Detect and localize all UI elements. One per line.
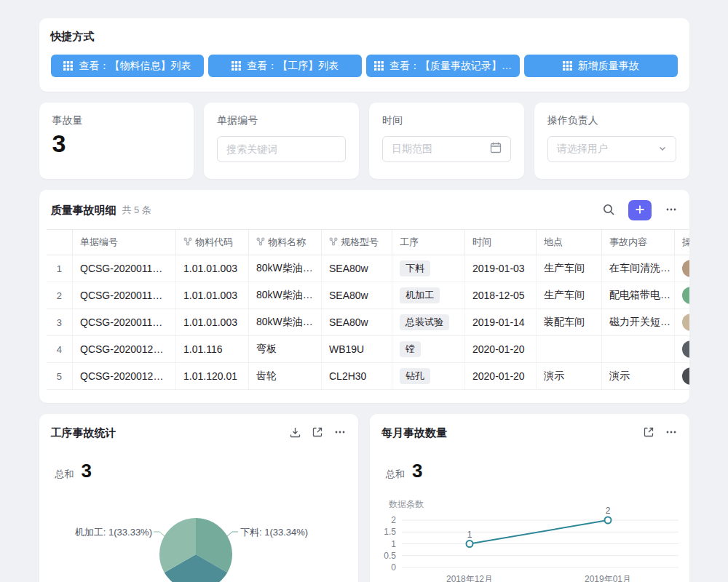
cell-index: 1 bbox=[47, 255, 73, 282]
column-header-index[interactable] bbox=[47, 230, 73, 255]
process-tag: 下料 bbox=[400, 260, 430, 276]
date-range-placeholder: 日期范围 bbox=[392, 143, 490, 156]
pie-slice-label: 机加工: 1(33.33%) bbox=[74, 527, 151, 538]
column-header-spec[interactable]: 规格型号 bbox=[322, 230, 392, 255]
cell-place: 生产车间 bbox=[537, 282, 602, 309]
operator-select-placeholder: 请选择用户 bbox=[557, 143, 658, 156]
cell-time: 2019-01-03 bbox=[465, 255, 537, 282]
cell-place: 生产车间 bbox=[537, 255, 602, 282]
y-tick-label: 1.5 bbox=[384, 527, 396, 537]
table-more-actions-button[interactable] bbox=[665, 203, 678, 218]
shortcut-view-material-list-button[interactable]: 查看：【物料信息】列表 bbox=[51, 55, 205, 77]
monthly-chart-header: 每月事故数量 bbox=[370, 426, 689, 441]
operator-filter-card: 操作负责人 请选择用户 bbox=[534, 103, 689, 179]
column-header-process[interactable]: 工序 bbox=[392, 230, 465, 255]
cell-process: 镗 bbox=[392, 336, 465, 363]
total-value: 3 bbox=[82, 460, 92, 482]
operator-filter-label: 操作负责人 bbox=[547, 114, 676, 127]
table-row[interactable]: 4QCSG-2020012…1.01.116弯板WB19U镗2020-01-20 bbox=[47, 336, 689, 363]
fullscreen-button[interactable] bbox=[312, 426, 323, 440]
shortcut-view-accident-records-button[interactable]: 查看：【质量事故记录】… bbox=[366, 55, 520, 77]
process-chart-total: 总和 3 bbox=[39, 460, 359, 482]
fullscreen-button[interactable] bbox=[643, 426, 654, 440]
cell-material-code: 1.01.01.003 bbox=[176, 309, 249, 336]
column-header-place[interactable]: 地点 bbox=[537, 230, 602, 255]
cell-doc-no: QCSG-2020012… bbox=[73, 336, 176, 363]
shortcuts-title: 快捷方式 bbox=[51, 30, 678, 44]
avatar bbox=[682, 314, 689, 331]
doc-no-search-input[interactable] bbox=[226, 143, 336, 155]
table-row[interactable]: 3QCSG-2020011…1.01.01.00380kW柴油…SEA80w总装… bbox=[47, 309, 689, 336]
cell-process: 钻孔 bbox=[392, 363, 465, 390]
y-tick-label: 0.5 bbox=[384, 551, 396, 561]
doc-no-filter-card: 单据编号 bbox=[204, 103, 359, 179]
column-header-operator[interactable]: 操作负责人 bbox=[675, 230, 689, 255]
table-row[interactable]: 2QCSG-2020011…1.01.01.00380kW柴油…SEA80w机加… bbox=[47, 282, 689, 309]
column-header-content[interactable]: 事故内容 bbox=[602, 230, 675, 255]
search-icon bbox=[602, 203, 615, 218]
cell-spec: SEA80w bbox=[322, 282, 392, 309]
column-header-doc-no[interactable]: 单据编号 bbox=[73, 230, 176, 255]
y-tick-label: 0 bbox=[391, 562, 396, 573]
shortcut-button-label: 查看：【工序】列表 bbox=[247, 60, 339, 73]
column-header-material-name[interactable]: 物料名称 bbox=[249, 230, 322, 255]
cell-content: 在车间清洗… bbox=[602, 255, 675, 282]
cell-material-name: 80kW柴油… bbox=[249, 282, 322, 309]
cell-time: 2019-01-14 bbox=[465, 309, 537, 336]
cell-content: 配电箱带电… bbox=[602, 282, 675, 309]
table-search-button[interactable] bbox=[602, 203, 615, 218]
column-label: 物料名称 bbox=[268, 236, 306, 247]
total-label: 总和 bbox=[386, 468, 405, 481]
chevron-down-icon bbox=[658, 143, 667, 156]
column-header-time[interactable]: 时间 bbox=[465, 230, 537, 255]
chart-more-actions-button[interactable] bbox=[333, 426, 347, 441]
y-tick-label: 2 bbox=[391, 515, 396, 525]
operator-select[interactable]: 请选择用户 bbox=[547, 136, 676, 162]
column-label: 单据编号 bbox=[80, 236, 118, 247]
column-label: 物料代码 bbox=[195, 236, 233, 247]
avatar bbox=[682, 340, 689, 358]
process-chart-header: 工序事故统计 bbox=[39, 426, 359, 441]
column-label: 事故内容 bbox=[609, 236, 647, 247]
shortcut-view-process-list-button[interactable]: 查看：【工序】列表 bbox=[208, 55, 362, 77]
total-value: 3 bbox=[412, 460, 422, 482]
table-row[interactable]: 5QCSG-2020012…1.01.120.01齿轮CL2H30钻孔2020-… bbox=[47, 363, 689, 390]
table-title: 质量事故明细 bbox=[51, 204, 116, 218]
y-axis-title: 数据条数 bbox=[389, 499, 424, 509]
time-filter-card: 时间 日期范围 bbox=[369, 103, 524, 179]
data-point[interactable] bbox=[467, 541, 473, 547]
export-image-button[interactable] bbox=[289, 426, 301, 441]
avatar bbox=[682, 367, 689, 385]
column-label: 操作负责人 bbox=[682, 236, 689, 247]
pie-slice-label: 下料: 1(33.34%) bbox=[240, 527, 308, 538]
column-header-material-code[interactable]: 物料代码 bbox=[176, 230, 249, 255]
accident-detail-card: 质量事故明细 共 5 条 bbox=[39, 190, 689, 403]
shortcuts-card: 快捷方式 查看：【物料信息】列表 查看：【工序】列表 bbox=[39, 18, 689, 92]
cell-material-code: 1.01.01.003 bbox=[176, 255, 249, 282]
process-tag: 总装试验 bbox=[400, 314, 449, 330]
filter-row: 事故量 3 单据编号 时间 日期范围 操作负责人 bbox=[39, 103, 689, 179]
cell-content bbox=[602, 336, 675, 363]
open-in-new-icon bbox=[312, 426, 323, 440]
ellipsis-icon bbox=[665, 203, 678, 218]
accident-count-card: 事故量 3 bbox=[39, 103, 194, 179]
cell-time: 2020-01-20 bbox=[465, 363, 537, 390]
dashboard-page: 快捷方式 查看：【物料信息】列表 查看：【工序】列表 bbox=[0, 0, 728, 582]
cell-spec: WB19U bbox=[322, 336, 392, 363]
plus-icon bbox=[635, 204, 645, 217]
cell-operator bbox=[675, 363, 689, 390]
shortcut-new-accident-button[interactable]: 新增质量事故 bbox=[524, 55, 678, 77]
cell-material-code: 1.01.116 bbox=[176, 336, 249, 363]
grid-icon bbox=[374, 61, 384, 71]
chart-more-actions-button[interactable] bbox=[665, 426, 678, 441]
shortcut-button-label: 查看：【质量事故记录】… bbox=[389, 60, 512, 73]
add-record-button[interactable] bbox=[628, 200, 652, 220]
process-tag: 钻孔 bbox=[400, 368, 430, 384]
column-label: 时间 bbox=[472, 236, 491, 247]
date-range-input[interactable]: 日期范围 bbox=[382, 136, 511, 162]
table-row[interactable]: 1QCSG-2020011…1.01.01.00380kW柴油…SEA80w下料… bbox=[47, 255, 689, 282]
cell-doc-no: QCSG-2020011… bbox=[73, 255, 176, 282]
data-point[interactable] bbox=[605, 517, 612, 524]
table-scroll-area[interactable]: 单据编号物料代码物料名称规格型号工序时间地点事故内容操作负责人1QCSG-202… bbox=[47, 229, 689, 390]
monthly-line-chart: 数据条数00.511.5212018年12月22019年01月时间（月） bbox=[370, 482, 687, 582]
